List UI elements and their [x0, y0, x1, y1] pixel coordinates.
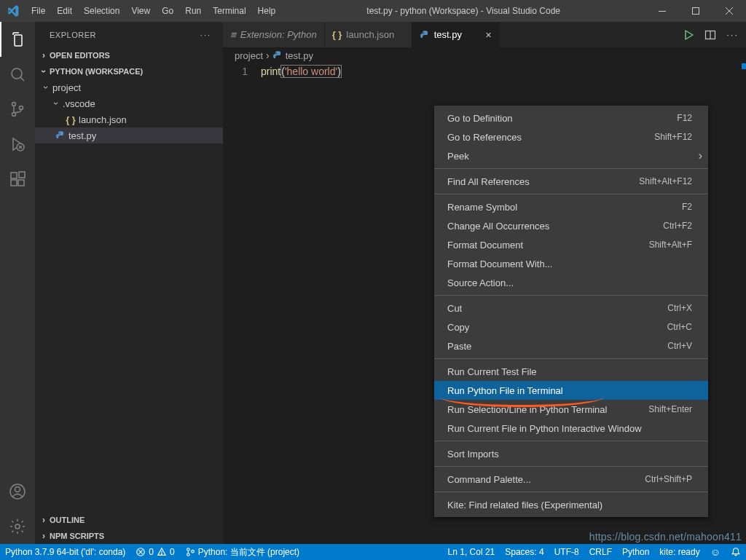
status-encoding[interactable]: UTF-8: [549, 544, 584, 560]
keyboard-shortcut: Shift+Enter: [648, 404, 692, 414]
context-menu-label: Run Python File in Terminal: [447, 385, 563, 396]
context-menu-item[interactable]: PasteCtrl+V: [434, 336, 708, 355]
tree-file-testpy[interactable]: test.py: [35, 127, 223, 143]
status-eol[interactable]: CRLF: [584, 544, 617, 560]
context-menu-label: Find All References: [447, 176, 530, 187]
context-menu-item[interactable]: Command Palette...Ctrl+Shift+P: [434, 470, 708, 489]
status-debug-config[interactable]: Python: 当前文件 (project): [180, 544, 305, 560]
status-language[interactable]: Python: [617, 544, 654, 560]
breadcrumb-item[interactable]: test.py: [286, 50, 313, 61]
close-button[interactable]: [712, 0, 746, 22]
status-feedback-icon[interactable]: ☺: [705, 544, 726, 560]
code-line[interactable]: print('hello world'): [261, 63, 342, 544]
close-tab-icon[interactable]: ×: [485, 29, 491, 41]
status-python-interpreter[interactable]: Python 3.7.9 64-bit ('dl': conda): [0, 544, 130, 560]
npm-scripts-section[interactable]: › NPM SCRIPTS: [35, 528, 223, 544]
chevron-right-icon: ›: [38, 531, 50, 541]
context-menu-item[interactable]: Find All ReferencesShift+Alt+F12: [434, 172, 708, 191]
vscode-logo-icon: [0, 5, 25, 17]
minimize-button[interactable]: [645, 0, 679, 22]
context-menu-item[interactable]: Run Selection/Line in Python TerminalShi…: [434, 400, 708, 419]
context-menu-item[interactable]: Rename SymbolF2: [434, 197, 708, 216]
menu-selection[interactable]: Selection: [78, 0, 125, 22]
token-bracket: ): [337, 66, 341, 77]
search-activity-icon[interactable]: [0, 57, 35, 92]
tab-extension-python[interactable]: ≡ Extension: Python: [223, 22, 325, 47]
context-menu-item[interactable]: Format DocumentShift+Alt+F: [434, 235, 708, 254]
context-menu-item[interactable]: Change All OccurrencesCtrl+F2: [434, 216, 708, 235]
maximize-button[interactable]: [679, 0, 712, 22]
titlebar: File Edit Selection View Go Run Terminal…: [0, 0, 746, 22]
run-file-icon[interactable]: [683, 29, 694, 41]
menu-terminal[interactable]: Terminal: [207, 0, 251, 22]
chevron-down-icon: ›: [39, 66, 49, 77]
menu-run[interactable]: Run: [179, 0, 207, 22]
settings-activity-icon[interactable]: [0, 509, 35, 544]
status-indent[interactable]: Spaces: 4: [500, 544, 549, 560]
context-menu-item[interactable]: Format Document With...: [434, 254, 708, 273]
context-menu-item[interactable]: CutCtrl+X: [434, 299, 708, 318]
breadcrumbs[interactable]: project › test.py: [223, 47, 746, 63]
context-menu-item[interactable]: Run Current Test File: [434, 362, 708, 381]
keyboard-shortcut: Ctrl+Shift+P: [645, 474, 692, 484]
explorer-title: EXPLORER ···: [35, 22, 223, 47]
menu-go[interactable]: Go: [156, 0, 179, 22]
keyboard-shortcut: Ctrl+C: [667, 322, 692, 332]
svg-rect-10: [19, 172, 25, 178]
svg-rect-1: [693, 8, 699, 15]
source-control-activity-icon[interactable]: [0, 92, 35, 127]
split-editor-icon[interactable]: [704, 29, 716, 41]
context-menu-item[interactable]: Go to DefinitionF12: [434, 109, 708, 127]
menu-help[interactable]: Help: [252, 0, 282, 22]
extensions-activity-icon[interactable]: [0, 162, 35, 197]
run-debug-activity-icon[interactable]: [0, 127, 35, 162]
more-actions-icon[interactable]: ···: [726, 29, 739, 40]
keyboard-shortcut: Ctrl+V: [667, 341, 692, 351]
status-notifications-icon[interactable]: [726, 544, 746, 560]
menu-edit[interactable]: Edit: [51, 0, 78, 22]
breadcrumb-item[interactable]: project: [235, 50, 263, 61]
svg-point-2: [12, 68, 22, 79]
accounts-activity-icon[interactable]: [0, 474, 35, 509]
tab-launch-json[interactable]: { } launch.json: [325, 22, 412, 47]
token-function: print: [261, 66, 280, 77]
chevron-down-icon: ›: [41, 82, 51, 92]
outline-section[interactable]: › OUTLINE: [35, 512, 223, 528]
menu-file[interactable]: File: [25, 0, 51, 22]
tab-label: Extension: Python: [240, 29, 317, 40]
context-menu-label: Source Action...: [447, 277, 514, 288]
explorer-activity-icon[interactable]: [0, 22, 35, 57]
minimap[interactable]: [742, 63, 746, 69]
chevron-right-icon: ›: [266, 50, 270, 61]
context-menu-item[interactable]: Run Python File in Terminal: [434, 381, 708, 400]
menu-view[interactable]: View: [125, 0, 156, 22]
context-menu-item[interactable]: CopyCtrl+C: [434, 318, 708, 336]
keyboard-shortcut: F12: [677, 113, 692, 123]
context-menu-item[interactable]: Go to ReferencesShift+F12: [434, 127, 708, 146]
python-file-icon: [272, 50, 283, 60]
context-menu-item[interactable]: Kite: Find related files (Experimental): [434, 495, 708, 514]
context-menu-item[interactable]: Peek: [434, 146, 708, 165]
editor-context-menu[interactable]: Go to DefinitionF12Go to ReferencesShift…: [434, 106, 708, 517]
svg-point-18: [162, 553, 162, 554]
status-cursor-position[interactable]: Ln 1, Col 21: [443, 544, 500, 560]
workspace-section[interactable]: › PYTHON (WORKSPACE): [35, 63, 223, 79]
tree-file-launch[interactable]: { } launch.json: [35, 111, 223, 127]
tab-test-py[interactable]: test.py ×: [412, 22, 500, 47]
svg-point-19: [186, 548, 189, 551]
status-debug-label: Python: 当前文件 (project): [198, 546, 299, 559]
chevron-right-icon: ›: [38, 50, 50, 60]
window-controls: [645, 0, 746, 22]
context-menu-label: Copy: [447, 322, 469, 333]
more-icon[interactable]: ···: [200, 31, 211, 39]
context-menu-item[interactable]: Run Current File in Python Interactive W…: [434, 419, 708, 438]
context-menu-item[interactable]: Source Action...: [434, 273, 708, 292]
svg-rect-9: [18, 180, 24, 186]
svg-point-21: [191, 550, 194, 553]
status-kite[interactable]: kite: ready: [654, 544, 704, 560]
status-problems[interactable]: 0 0: [130, 544, 179, 560]
open-editors-section[interactable]: › OPEN EDITORS: [35, 47, 223, 63]
context-menu-item[interactable]: Sort Imports: [434, 444, 708, 463]
tree-folder-vscode[interactable]: › .vscode: [35, 95, 223, 111]
tree-folder-project[interactable]: › project: [35, 79, 223, 95]
